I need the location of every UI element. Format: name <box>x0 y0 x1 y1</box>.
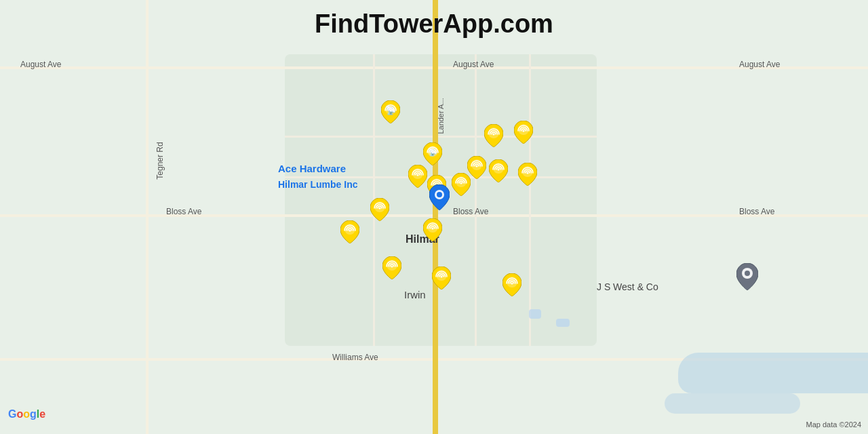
tower-pin-16[interactable] <box>502 273 521 296</box>
grid-road-v3 <box>529 54 531 346</box>
google-g2: g <box>30 408 37 420</box>
svg-point-38 <box>745 271 750 276</box>
svg-point-2 <box>390 110 392 112</box>
tower-pin-2[interactable]: 📡 <box>423 142 442 165</box>
tower-pin-1[interactable]: 📡 <box>381 100 400 123</box>
august-ave-label-left: August Ave <box>20 60 62 69</box>
water-patch-1 <box>529 309 541 319</box>
tower-pin-12[interactable] <box>340 220 359 243</box>
tower-pin-6[interactable] <box>467 156 486 179</box>
svg-point-14 <box>476 165 478 167</box>
tower-pin-13[interactable] <box>423 218 442 241</box>
tower-pin-8[interactable] <box>514 121 533 144</box>
page-title: FindTowerApp.com <box>315 9 553 39</box>
svg-point-16 <box>493 134 495 136</box>
tower-pin-9[interactable] <box>489 159 508 182</box>
hilmar-lumber-label: Hilmar Lumbe Inc <box>278 179 357 190</box>
tower-pin-15[interactable] <box>432 267 451 290</box>
selected-pin[interactable] <box>429 184 450 210</box>
bloss-ave-label-center: Bloss Ave <box>453 207 488 216</box>
svg-point-22 <box>527 172 529 174</box>
grid-road-v2 <box>475 54 477 346</box>
river2 <box>665 393 800 414</box>
svg-point-34 <box>511 283 513 285</box>
tegner-rd-road <box>146 0 149 434</box>
svg-point-28 <box>432 228 434 230</box>
svg-point-36 <box>437 192 442 197</box>
map-container[interactable]: FindTowerApp.com August Ave August Ave A… <box>0 0 868 434</box>
svg-point-12 <box>460 182 462 184</box>
google-o2: o <box>23 408 30 420</box>
js-west-pin[interactable] <box>736 263 758 293</box>
map-data-credit: Map data ©2024 <box>806 420 862 429</box>
lander-ave-road <box>433 0 438 434</box>
js-west-label: J S West & Co <box>597 281 658 292</box>
bloss-ave-label-right: Bloss Ave <box>739 207 774 216</box>
tower-pin-11[interactable] <box>370 198 389 221</box>
tegner-rd-label: Tegner Rd <box>155 142 165 179</box>
lander-ave-label: Lander A... <box>437 98 445 134</box>
tower-pin-7[interactable] <box>484 124 503 147</box>
google-logo: Google <box>8 408 45 420</box>
svg-point-32 <box>441 276 443 278</box>
bloss-ave-label-left: Bloss Ave <box>166 207 201 216</box>
williams-ave-label: Williams Ave <box>332 353 378 362</box>
tower-pin-10[interactable] <box>518 163 537 186</box>
water-patch-2 <box>556 319 570 327</box>
svg-point-6 <box>432 152 434 154</box>
tower-pin-14[interactable] <box>382 256 401 279</box>
ace-hardware-label: Ace Hardware <box>278 163 346 174</box>
google-e: e <box>39 408 45 420</box>
august-ave-label-center: August Ave <box>453 60 494 69</box>
svg-point-8 <box>417 174 419 176</box>
google-o1: o <box>16 408 23 420</box>
river <box>678 353 868 393</box>
grid-road-h1 <box>285 136 597 138</box>
google-g: G <box>8 408 16 420</box>
august-ave-label-right: August Ave <box>739 60 781 69</box>
svg-point-18 <box>523 130 525 132</box>
irwin-label: Irwin <box>404 289 426 300</box>
svg-point-20 <box>498 169 500 171</box>
svg-point-24 <box>379 208 381 210</box>
svg-point-26 <box>349 230 351 232</box>
svg-point-30 <box>391 266 393 268</box>
tower-pin-3[interactable] <box>408 165 427 188</box>
